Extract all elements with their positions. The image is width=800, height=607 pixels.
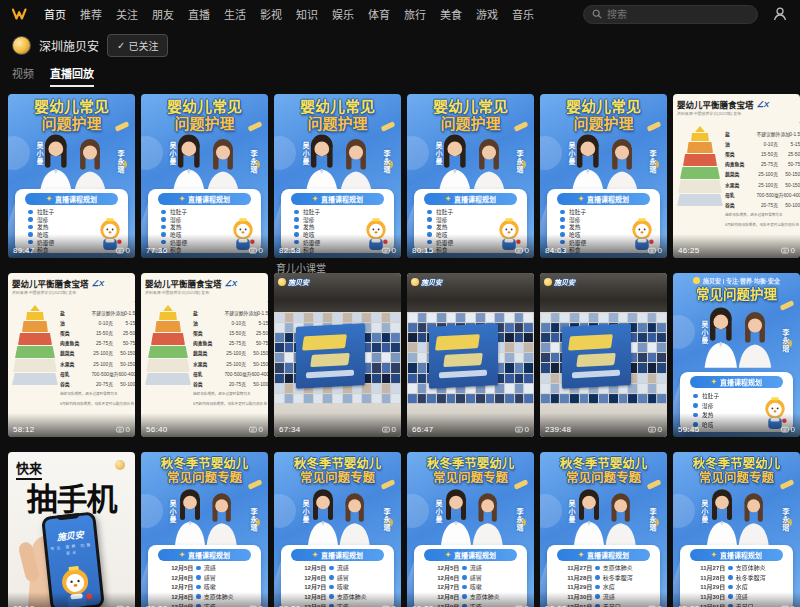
- duration-label: 82:58: [279, 246, 301, 255]
- panel-title: ✦直播课程规划: [25, 193, 117, 205]
- danmaku-icon: [781, 426, 789, 434]
- video-tile[interactable]: 快来 抽手机 施贝安专注 营养 均衡 安全 80:19 0: [8, 452, 135, 607]
- poster-title: 婴幼儿常见问题护理: [141, 99, 268, 133]
- video-tile[interactable]: 施贝安 66:47 0: [407, 273, 534, 437]
- danmaku-icon: [781, 247, 789, 255]
- video-tile[interactable]: 婴幼儿常见问题护理 吴小曼 李永瑶 ✦直播课程规划 拉肚子湿疹发热呛咳奶瓣便积食…: [407, 94, 534, 258]
- poster-title: 秋冬季节婴幼儿常见问题专题: [540, 457, 667, 485]
- nav-item-11[interactable]: 美食: [440, 6, 462, 22]
- nav-item-8[interactable]: 娱乐: [332, 6, 354, 22]
- pagoda-columns: 7-12月龄13-24月龄: [79, 299, 135, 307]
- video-tile[interactable]: 秋冬季节婴幼儿常见问题专题 吴小曼 李永瑶 ✦直播课程规划 11月27日支原体肺…: [540, 452, 667, 607]
- panel-title: ✦直播课程规划: [291, 549, 383, 561]
- search-input[interactable]: [607, 9, 727, 20]
- nav-item-2[interactable]: 关注: [116, 6, 138, 22]
- video-tile[interactable]: 秋冬季节婴幼儿常见问题专题 吴小曼 李永瑶 ✦直播课程规划 12月5日流感12月…: [407, 452, 534, 607]
- pagoda-note: 6月龄内纯母乳喂养，母乳不足时以配方奶补充: [60, 401, 134, 406]
- video-tile[interactable]: 施贝安 239:48 0: [540, 273, 667, 437]
- channel-avatar[interactable]: [12, 36, 31, 55]
- danmaku-icon: [648, 426, 656, 434]
- host-name-right: 李永瑶: [381, 508, 391, 532]
- pagoda-subtitle: 资料来源:中国营养学会(2022版) 发布: [145, 289, 222, 295]
- nav-item-3[interactable]: 朋友: [152, 6, 174, 22]
- pagoda-row: 蛋类15-50克25-50克: [725, 149, 800, 159]
- panel-title: ✦直播课程规划: [424, 193, 516, 205]
- channel-name: 深圳施贝安: [39, 37, 99, 54]
- tab-0[interactable]: 视频: [12, 65, 34, 87]
- brand-logo-icon: [693, 277, 700, 284]
- pagoda-row: 水果类25-100克50-150克: [60, 359, 135, 369]
- host-name-left: 吴小曼: [566, 142, 576, 166]
- pagoda-row: 蔬菜类25-100克50-150克: [725, 170, 800, 180]
- host-name-left: 吴小曼: [167, 500, 177, 524]
- video-tile[interactable]: 婴幼儿平衡膳食宝塔 ∠X 资料来源:中国营养学会(2022版) 发布 7-12月…: [8, 273, 135, 437]
- pagoda-row: 谷类20-75克50-100克: [193, 379, 268, 389]
- brand-logo-icon: [544, 278, 552, 286]
- grid-cell-10: 施贝安 239:48 0: [540, 273, 667, 437]
- schedule-panel: ✦直播课程规划 12月5日流感12月6日感冒12月7日咳嗽12月8日支原体肺炎1…: [148, 545, 261, 607]
- view-count: 0: [382, 246, 396, 255]
- host-name-left: 吴小曼: [699, 321, 709, 345]
- nav-item-1[interactable]: 推荐: [80, 6, 102, 22]
- duration-label: 46:25: [678, 246, 700, 255]
- nav-item-13[interactable]: 音乐: [512, 6, 534, 22]
- video-tile[interactable]: 婴幼儿常见问题护理 吴小曼 李永瑶 ✦直播课程规划 拉肚子湿疹发热呛咳奶瓣便积食…: [141, 94, 268, 258]
- view-count: 0: [116, 425, 130, 434]
- video-tile[interactable]: 施贝安 | 专注·营养·均衡·安全 常见问题护理 吴小曼 李永瑶 ✦直播课程规划…: [673, 273, 800, 437]
- video-tile[interactable]: 秋冬季节婴幼儿常见问题专题 吴小曼 李永瑶 ✦直播课程规划 11月27日支原体肺…: [673, 452, 800, 607]
- check-icon: ✓: [117, 40, 125, 51]
- schedule-panel: ✦直播课程规划 11月27日支原体肺炎11月28日秋冬季腹泻11月29日水痘11…: [547, 545, 660, 607]
- schedule-panel: ✦直播课程规划 11月27日支原体肺炎11月28日秋冬季腹泻11月29日水痘11…: [680, 545, 793, 607]
- grid-cell-11: 施贝安 | 专注·营养·均衡·安全 常见问题护理 吴小曼 李永瑶 ✦直播课程规划…: [673, 273, 800, 437]
- duration-label: 66:47: [412, 425, 434, 434]
- nav-item-0[interactable]: 首页: [44, 6, 66, 22]
- nav-item-10[interactable]: 旅行: [404, 6, 426, 22]
- pagoda-row: 油0-10克5-15克: [60, 318, 135, 328]
- video-tile[interactable]: 婴幼儿平衡膳食宝塔 ∠X 资料来源:中国营养学会(2022版) 发布 7-12月…: [673, 94, 800, 258]
- grid-cell-9: 施贝安 66:47 0: [407, 273, 534, 437]
- nav-item-4[interactable]: 直播: [188, 6, 210, 22]
- grid-cell-12: 快来 抽手机 施贝安专注 营养 均衡 安全 80:19 0: [8, 452, 135, 607]
- nav-item-7[interactable]: 知识: [296, 6, 318, 22]
- grid-cell-1: 婴幼儿常见问题护理 吴小曼 李永瑶 ✦直播课程规划 拉肚子湿疹发热呛咳奶瓣便积食…: [141, 94, 268, 258]
- video-tile[interactable]: 婴幼儿平衡膳食宝塔 ∠X 资料来源:中国营养学会(2022版) 发布 7-12月…: [141, 273, 268, 437]
- panel-title: ✦直播课程规划: [158, 193, 250, 205]
- video-tile[interactable]: 婴幼儿常见问题护理 吴小曼 李永瑶 ✦直播课程规划 拉肚子湿疹发热呛咳奶瓣便积食…: [8, 94, 135, 258]
- nav-item-12[interactable]: 游戏: [476, 6, 498, 22]
- host-name-left: 吴小曼: [300, 142, 310, 166]
- follow-button[interactable]: ✓ 已关注: [107, 34, 168, 57]
- app-logo-icon[interactable]: [12, 7, 30, 21]
- pagoda-row: 蔬菜类25-100克50-150克: [60, 349, 135, 359]
- grid-cell-7: 婴幼儿平衡膳食宝塔 ∠X 资料来源:中国营养学会(2022版) 发布 7-12月…: [141, 273, 268, 437]
- pagoda-columns: 7-12月龄13-24月龄: [744, 120, 800, 128]
- nav-item-6[interactable]: 影视: [260, 6, 282, 22]
- brand-watermark: 施贝安: [544, 277, 575, 287]
- nav-item-9[interactable]: 体育: [368, 6, 390, 22]
- video-tile[interactable]: 婴幼儿常见问题护理 吴小曼 李永瑶 ✦直播课程规划 拉肚子湿疹发热呛咳奶瓣便积食…: [540, 94, 667, 258]
- video-tile[interactable]: 秋冬季节婴幼儿常见问题专题 吴小曼 李永瑶 ✦直播课程规划 12月5日流感12月…: [141, 452, 268, 607]
- nav-item-5[interactable]: 生活: [224, 6, 246, 22]
- poster-title: 秋冬季节婴幼儿常见问题专题: [141, 457, 268, 485]
- view-count: 0: [648, 246, 662, 255]
- video-tile[interactable]: 秋冬季节婴幼儿常见问题专题 吴小曼 李永瑶 ✦直播课程规划 12月5日流感12月…: [274, 452, 401, 607]
- danmaku-icon: [116, 426, 124, 434]
- course-panel: ✦直播课程规划 拉肚子湿疹发热呛咳奶瓣便积食: [148, 189, 261, 253]
- tab-1[interactable]: 直播回放: [50, 65, 94, 87]
- pagoda-row: 母乳700-500毫升600-400毫升: [193, 369, 268, 379]
- content-tabs: 视频直播回放: [0, 60, 800, 87]
- grid-cell-17: 秋冬季节婴幼儿常见问题专题 吴小曼 李永瑶 ✦直播课程规划 11月27日支原体肺…: [673, 452, 800, 607]
- video-grid: 婴幼儿常见问题护理 吴小曼 李永瑶 ✦直播课程规划 拉肚子湿疹发热呛咳奶瓣便积食…: [8, 94, 800, 607]
- panel-title: ✦直播课程规划: [158, 549, 250, 561]
- view-count: 0: [515, 246, 529, 255]
- panel-title: ✦直播课程规划: [690, 376, 782, 388]
- account-icon[interactable]: [772, 6, 788, 22]
- pagoda-row: 盐不建议额外添加0-1.5克: [193, 308, 268, 318]
- pagoda-subtitle: 资料来源:中国营养学会(2022版) 发布: [12, 289, 89, 295]
- poster-title: 婴幼儿常见问题护理: [407, 99, 534, 133]
- search-box[interactable]: [583, 5, 758, 24]
- channel-header: 深圳施贝安 ✓ 已关注: [0, 28, 800, 60]
- course-panel: ✦直播课程规划 拉肚子湿疹发热呛咳奶瓣便积食: [281, 189, 394, 253]
- video-tile[interactable]: 婴幼儿常见问题护理 吴小曼 李永瑶 ✦直播课程规划 拉肚子湿疹发热呛咳奶瓣便积食…: [274, 94, 401, 258]
- video-tile[interactable]: 施贝安 67:34 0: [274, 273, 401, 437]
- view-count: 0: [515, 425, 529, 434]
